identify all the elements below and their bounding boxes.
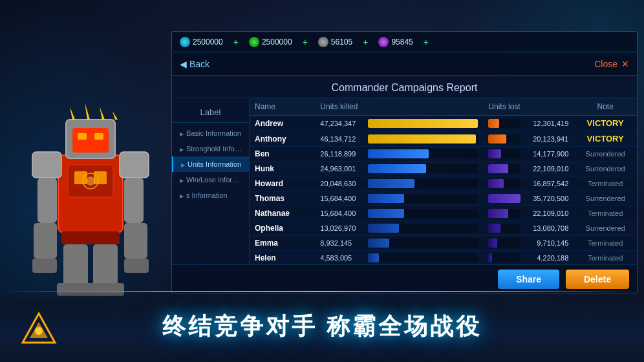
killed-bar-fill [368,224,399,233]
resource-bar: 2500000 + 2500000 + 56105 + 95845 + [171,31,638,52]
killed-bar-track [368,179,478,188]
cell-name: Nathanae [250,206,315,221]
lost-bar-fill [488,224,500,233]
cell-note: Terminated [574,206,637,221]
svg-marker-5 [70,107,75,120]
svg-rect-22 [93,244,118,290]
cell-lost: 16,897,542 [483,176,574,191]
purple-icon [378,37,389,47]
killed-num: 46,134,712 [320,135,364,143]
cell-killed: 20,048,630 [315,176,483,191]
cell-note: Terminated [574,251,637,265]
content-area: Label Basic Information Stronghold Infor… [172,98,637,264]
killed-bar-track [368,253,478,262]
svg-rect-9 [72,128,109,153]
cell-lost: 13,080,708 [483,221,574,236]
lost-bar-fill [488,253,492,262]
bottom-text: 终结竞争对手 称霸全场战役 [162,311,482,343]
svg-rect-21 [63,244,88,290]
table-row: Emma 8,932,145 9,710,145 Terminated [250,236,637,251]
killed-bar-fill [368,164,426,173]
table-row: Ben 26,118,899 14,177,900 Surrendered [250,147,637,162]
lost-bar-track [488,134,521,144]
killed-num: 26,118,899 [320,150,364,158]
cell-name: Ophelia [250,221,315,236]
killed-bar-track [368,239,478,248]
svg-rect-14 [38,178,57,223]
cell-lost: 20,123,941 [483,131,574,147]
col-lost: Units lost [483,98,574,116]
resource-purple: 95845 [378,37,413,47]
purple-value: 95845 [391,37,413,47]
col-note: Note [574,98,637,116]
cell-name: Ben [250,147,315,162]
share-button[interactable]: Share [498,270,559,289]
lost-bar-track [488,224,521,233]
resource-water: 2500000 [180,37,223,47]
killed-bar-fill [368,179,414,188]
lost-bar-track [488,253,521,262]
main-panel: ◀ Back Close ✕ Commander Campaigns Repor… [171,52,638,294]
killed-bar-fill [368,253,379,262]
killed-bar-track [368,119,478,128]
killed-num: 15,684,400 [320,195,364,202]
cell-killed: 46,134,712 [315,131,483,147]
killed-bar-track [368,209,478,218]
cell-note: Terminated [574,236,637,251]
cell-name: Emma [250,236,315,251]
metal-icon [318,37,328,47]
killed-num: 4,583,005 [320,254,364,262]
lost-bar-track [488,179,521,188]
resource-metal: 56105 [318,37,352,47]
lost-num: 9,710,145 [524,239,568,247]
campaigns-table: Name Units killed Units lost Note Andrew… [250,98,637,264]
cell-killed: 24,963,001 [315,162,483,176]
cell-note: Surrendered [574,221,637,236]
lost-bar-track [488,194,521,203]
svg-point-26 [86,176,95,186]
lost-num: 16,897,542 [524,180,568,187]
cell-killed: 26,118,899 [315,147,483,162]
cell-note: Surrendered [574,162,637,176]
sidebar-item-stronghold[interactable]: Stronghold Information [172,141,249,156]
lost-num: 20,123,941 [524,135,568,143]
sidebar-item-other[interactable]: s Information [172,187,249,203]
table-row: Andrew 47,234,347 12,301,419 VICTORY [250,116,637,131]
bottom-banner: 终结竞争对手 称霸全场战役 [0,291,644,362]
cell-name: Hunk [250,162,315,176]
metal-value: 56105 [331,37,352,47]
table-area[interactable]: Name Units killed Units lost Note Andrew… [250,98,637,264]
lost-num: 13,080,708 [524,224,568,232]
cell-lost: 12,301,419 [483,116,574,131]
killed-num: 13,026,970 [320,224,364,232]
lost-num: 12,301,419 [524,120,568,127]
killed-bar-fill [368,239,389,248]
svg-rect-15 [124,178,144,223]
cell-note: Terminated [574,176,637,191]
cell-note: VICTORY [574,116,637,131]
killed-num: 24,963,001 [320,165,364,173]
sidebar-item-units[interactable]: Units Information [172,156,249,172]
table-row: Nathanae 15,684,400 22,109,010 Terminate… [250,206,637,221]
cell-lost: 35,720,500 [483,191,574,206]
killed-num: 8,932,145 [320,239,364,247]
cell-killed: 15,684,400 [315,191,483,206]
cell-lost: 22,109,010 [483,162,574,176]
plus-4: + [424,37,429,47]
table-row: Helen 4,583,005 4,220,188 Terminated [250,251,637,265]
col-name: Name [250,98,315,116]
killed-bar-track [368,149,478,158]
killed-bar-fill [368,209,404,218]
plus-2: + [303,37,308,47]
sidebar-item-basic[interactable]: Basic Information [172,125,249,141]
table-row: Howard 20,048,630 16,897,542 Terminated [250,176,637,191]
lost-bar-fill [488,239,497,248]
cell-name: Thomas [250,191,315,206]
delete-button[interactable]: Delete [566,270,629,289]
close-button[interactable]: Close ✕ [594,59,629,69]
sidebar-item-winlose[interactable]: Win/Lose Information [172,172,249,187]
back-button[interactable]: ◀ Back [180,59,209,69]
killed-bar-fill [368,134,476,144]
green-icon [249,37,259,47]
killed-num: 47,234,347 [320,120,364,127]
